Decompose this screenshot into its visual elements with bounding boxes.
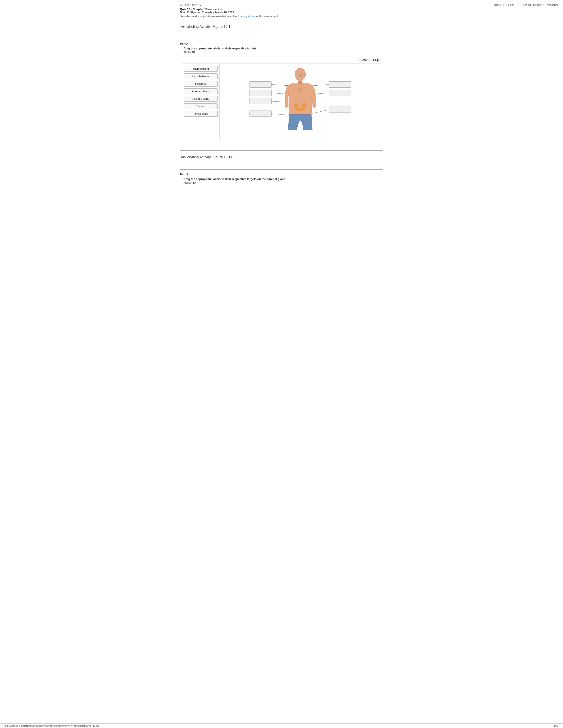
activity2-content-area [180, 186, 383, 275]
activity1-divider [180, 39, 383, 39]
activity2-answer-label: ANSWER: [180, 182, 383, 185]
activity2-top-divider [180, 150, 383, 151]
activity1-inner: Thyroid gland Hypothalamus Pancreas Adre… [182, 64, 381, 139]
svg-point-10 [313, 103, 316, 108]
header-divider [180, 20, 383, 20]
label-pineal-gland[interactable]: Pineal gland [184, 111, 218, 117]
drop-left-3[interactable] [249, 98, 271, 104]
activity1-answer-label: ANSWER: [180, 51, 383, 54]
label-adrenal-glands[interactable]: Adrenal glands [184, 88, 218, 94]
svg-point-7 [295, 68, 306, 81]
labels-panel: Thyroid gland Hypothalamus Pancreas Adre… [182, 64, 220, 139]
activity1-box: Reset Help Thyroid gland Hypothalamus Pa… [180, 56, 383, 141]
header-title: Quiz 13 - Chapter 16 endocrine [180, 8, 383, 11]
reset-button[interactable]: Reset [358, 58, 370, 62]
activity2-part-label: Part A [180, 173, 383, 176]
help-button[interactable]: Help [371, 58, 381, 62]
label-pancreas[interactable]: Pancreas [184, 81, 218, 87]
drop-left-1[interactable] [249, 81, 271, 88]
body-container [236, 66, 364, 137]
grading-policy-link[interactable]: Grading Policy [237, 15, 255, 18]
label-pituitary-gland[interactable]: Pituitary gland [184, 96, 218, 102]
svg-rect-13 [298, 88, 303, 92]
header-datetime-left: 2/10/22, 11:02 PM [180, 4, 201, 7]
label-hypothalamus[interactable]: Hypothalamus [184, 73, 218, 79]
drop-right-1[interactable] [329, 81, 351, 88]
label-thymus[interactable]: Thymus [184, 103, 218, 109]
header-meta: 2/10/22, 11:02 PM [180, 4, 383, 7]
activity1-part-label: Part A [180, 42, 383, 45]
image-panel [220, 64, 381, 139]
svg-point-9 [285, 103, 288, 108]
human-body-svg [280, 68, 320, 134]
activity1-title: Art-labeling Activity: Figure 16.1 [180, 23, 383, 30]
policy-text-before: To understand how points are awarded, re… [180, 15, 237, 18]
activity2-title: Art-labeling Activity: Figure 16.14 [180, 153, 383, 161]
svg-point-14 [294, 103, 299, 109]
header-policy: To understand how points are awarded, re… [180, 15, 383, 18]
header-due: Due: 11:59pm on Thursday, March 10, 2022 [180, 11, 383, 14]
svg-point-15 [302, 103, 307, 109]
activity2-divider [180, 169, 383, 170]
label-thyroid-gland[interactable]: Thyroid gland [184, 66, 218, 72]
drop-left-2[interactable] [249, 90, 271, 96]
drop-right-3[interactable] [329, 107, 351, 113]
policy-text-after: for this assignment. [255, 15, 278, 18]
svg-point-12 [299, 81, 302, 83]
svg-point-16 [296, 108, 304, 111]
drop-left-4[interactable] [249, 111, 271, 117]
activity2-instruction: Drag the appropriate labels to their res… [180, 177, 383, 181]
activity1-instruction: Drag the appropriate labels to their res… [180, 47, 383, 50]
drop-right-2[interactable] [329, 90, 351, 96]
reset-help-row: Reset Help [182, 58, 381, 62]
